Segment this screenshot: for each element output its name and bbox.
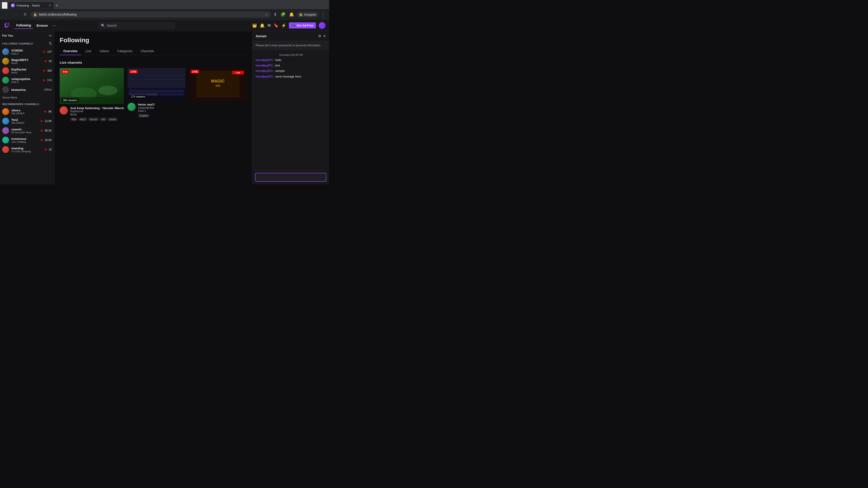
chat-text-1: :: [274, 58, 275, 62]
tag-soccer[interactable]: soccer: [88, 118, 99, 121]
tenz-live-dot: [41, 120, 42, 122]
chat-msg-text-1: hello: [275, 58, 281, 62]
chat-settings-btn[interactable]: ⚙: [318, 34, 321, 38]
recommended-section: RECOMMENDED CHANNELS: [0, 101, 54, 107]
caseoh-name: caseoh_: [11, 128, 38, 131]
chat-username-3: moodjoy071: [256, 69, 273, 72]
chat-close-btn[interactable]: ✕: [323, 34, 326, 38]
hype-btn[interactable]: ⚡: [281, 23, 286, 28]
solapsapdota-game: Dota 2: [11, 80, 41, 84]
back-button[interactable]: ←: [3, 11, 10, 18]
chat-input[interactable]: [255, 173, 327, 182]
followed-channels-section: FOLLOWED CHANNELS ⇅: [0, 39, 54, 47]
sidebar-item-solapsapdota[interactable]: solapsapdota Dota 2 174: [0, 75, 54, 85]
forward-button[interactable]: →: [12, 11, 20, 18]
inbox-btn[interactable]: ✉: [268, 23, 271, 28]
collapse-sidebar-btn[interactable]: ⇐: [49, 33, 52, 38]
new-tab-btn[interactable]: +: [55, 3, 58, 8]
nav-bar: ← → ↻ 🔒 ☆ ⬇ 🧩 🔔 🕵 Incognito ⋮: [0, 9, 329, 20]
rayrachel-streamer-name: RayRachel: [70, 110, 124, 113]
channel-card-rayrachel[interactable]: true 360 viewers Just Keep Swimming - !S…: [60, 68, 124, 121]
wishlist-btn[interactable]: 🔖: [274, 23, 278, 28]
sidebar-item-tenz[interactable]: TenZ VALORANT 13.9K: [0, 116, 54, 126]
sidebar-item-inamiing[interactable]: inamiing I'm Only Sleeping 32: [0, 145, 54, 154]
header-nav: Following Browse ⋯: [14, 22, 58, 29]
tag-art[interactable]: Art: [100, 118, 107, 121]
ironmouse-live-dot: [41, 139, 42, 141]
sort-followed-btn[interactable]: ⇅: [49, 41, 52, 46]
nav-more-btn[interactable]: ⋯: [51, 22, 58, 29]
tenz-info: TenZ VALORANT: [11, 118, 38, 124]
chat-msg-text-4: send message here: [275, 75, 301, 78]
show-more-btn[interactable]: Show More: [0, 94, 20, 101]
incognito-badge[interactable]: 🕵 Incognito: [297, 12, 318, 17]
sidebar-item-vcm354[interactable]: VCM354 Dota 2 137: [0, 47, 54, 57]
tab-close-btn[interactable]: ×: [49, 3, 51, 7]
get-ad-free-btn[interactable]: 📺 Get Ad-Free: [289, 22, 316, 29]
downloads-btn[interactable]: ⬇: [273, 11, 278, 18]
extensions-btn[interactable]: 🧩: [280, 11, 286, 18]
notification-bell-btn[interactable]: 🔔: [260, 23, 265, 28]
ironmouse-game: Just Chatting: [11, 140, 38, 143]
content-tabs: Overview Live Videos Categories Channels: [60, 47, 247, 55]
sidebar-item-rayrachel[interactable]: RayRachel Music 360: [0, 66, 54, 75]
rayrachel-live-badge: true: [61, 70, 69, 73]
tenz-viewers: 13.9K: [45, 120, 52, 123]
tab-channels[interactable]: Channels: [137, 47, 158, 55]
inamiing-name: inamiing: [11, 147, 42, 150]
channel-card-magic[interactable]: MAGIC 899 LIVE LIVE: [189, 68, 247, 121]
kkatamina-name: kkatamina: [11, 88, 42, 92]
tag-fish[interactable]: fish: [70, 118, 78, 121]
tab-list-back[interactable]: ‹: [2, 2, 7, 9]
search-input[interactable]: [107, 24, 172, 27]
nav-following[interactable]: Following: [14, 22, 33, 29]
chat-title: Amram: [256, 34, 267, 38]
rayrachel-viewers: 360: [47, 69, 52, 72]
ironmouse-avatar: [2, 137, 9, 143]
sidebar-item-kkatamina[interactable]: kkatamina Offline: [0, 85, 54, 94]
tag-mls[interactable]: MLS: [79, 118, 87, 121]
solapsapdota-card-avatar: [127, 103, 135, 111]
magic899tv-avatar: [2, 58, 9, 65]
search-bar[interactable]: 🔍: [98, 23, 175, 29]
rayrachel-tags: fish MLS soccer Art music: [70, 118, 124, 121]
svg-rect-11: [129, 90, 184, 93]
magic-thumbnail: MAGIC 899 LIVE LIVE: [189, 68, 247, 101]
channel-card-solapsapdota[interactable]: LIVE 174 viewers hetoo naa!!! solapsapdo…: [127, 68, 185, 121]
notifications-btn[interactable]: 🔔: [288, 11, 295, 18]
prime-btn[interactable]: 👑: [252, 23, 257, 28]
user-avatar[interactable]: [319, 22, 326, 29]
get-ad-free-label: Get Ad-Free: [297, 24, 313, 27]
sidebar-item-caseoh[interactable]: caseoh_ 60 Seconds! Reat... 58.2K: [0, 126, 54, 135]
active-tab[interactable]: Following - Twitch ×: [8, 2, 54, 9]
twitch-favicon: [11, 4, 15, 7]
inamiing-live-dot: [45, 149, 46, 151]
tab-videos[interactable]: Videos: [96, 47, 113, 55]
tab-live[interactable]: Live: [82, 47, 95, 55]
chat-message-1: moodjoy071 : hello: [256, 58, 326, 62]
tv-icon: 📺: [291, 24, 295, 27]
tag-english[interactable]: English: [138, 114, 150, 118]
tab-categories[interactable]: Categories: [114, 47, 136, 55]
content-inner: Following Overview Live Videos Categorie…: [54, 31, 252, 127]
chat-messages: Thursday 8:09:30 PM moodjoy071 : hello m…: [252, 50, 329, 170]
svg-rect-13: [159, 93, 184, 96]
address-bar[interactable]: 🔒 ☆: [31, 11, 271, 18]
sidebar-item-magic899tv[interactable]: Magic899TV Music 55: [0, 57, 54, 66]
refresh-button[interactable]: ↻: [22, 11, 29, 18]
nav-browse[interactable]: Browse: [34, 22, 50, 29]
sidebar-item-s0mcs[interactable]: s0mcs VALORANT 8K: [0, 107, 54, 116]
tag-music[interactable]: music: [107, 118, 118, 121]
address-input[interactable]: [39, 13, 263, 16]
vcm354-viewers: 137: [47, 50, 52, 53]
caseoh-info: caseoh_ 60 Seconds! Reat...: [11, 128, 38, 134]
tab-overview[interactable]: Overview: [60, 47, 81, 55]
chrome-menu-btn[interactable]: ⋮: [320, 11, 327, 18]
twitch-logo[interactable]: [4, 22, 10, 29]
vcm354-info: VCM354 Dota 2: [11, 49, 41, 55]
sidebar-item-ironmouse[interactable]: ironmouse Just Chatting 16.5K: [0, 135, 54, 145]
solapsapdota-tags: English: [138, 114, 185, 118]
content-area: Following Overview Live Videos Categorie…: [54, 31, 252, 184]
magic899tv-info: Magic899TV Music: [11, 58, 42, 64]
svg-text:LIVE: LIVE: [236, 72, 240, 74]
